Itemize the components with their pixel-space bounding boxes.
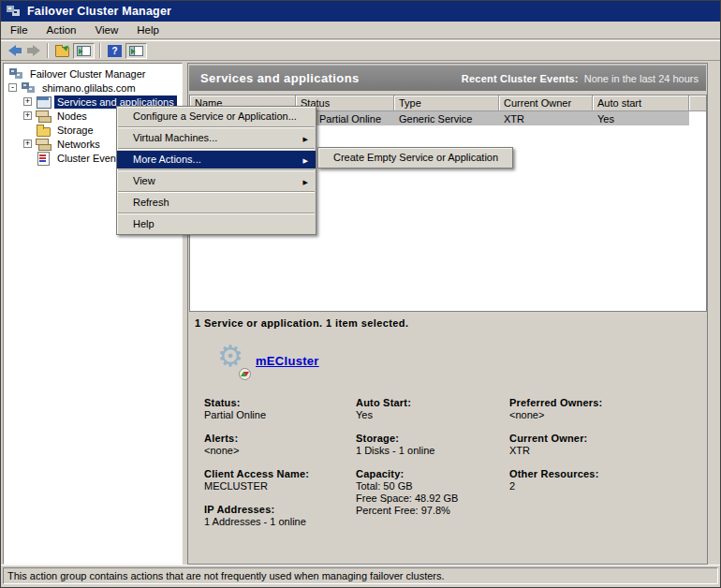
detail-value: 1 Disks - 1 online	[356, 445, 506, 457]
context-menu: Configure a Service or Application... Vi…	[116, 106, 316, 235]
window-title: Failover Cluster Manager	[27, 5, 171, 18]
detail-label: Other Resources:	[509, 468, 669, 480]
expand-box[interactable]: +	[23, 111, 32, 120]
submenu-arrow-icon	[303, 151, 308, 169]
details-column-2: Auto Start:Yes Storage:1 Disks - 1 onlin…	[356, 397, 506, 528]
menu-item-label: Help	[133, 218, 154, 229]
back-icon	[8, 45, 22, 56]
expand-box[interactable]: +	[23, 140, 32, 148]
tree-item-label: Networks	[54, 138, 103, 151]
service-name-link[interactable]: mECluster	[256, 354, 319, 368]
status-text: This action group contains actions that …	[3, 567, 718, 584]
submenu-arrow-icon	[303, 129, 308, 148]
detail-value: Partial Online	[204, 409, 349, 421]
column-header-type[interactable]: Type	[394, 96, 499, 111]
forward-icon	[27, 45, 40, 56]
status-badge-icon	[239, 368, 251, 380]
action-pane-toggle-icon	[129, 46, 143, 56]
menu-view[interactable]: View	[86, 22, 128, 38]
menu-help[interactable]: Help	[127, 22, 169, 38]
details-column-1: Status:Partial Online Alerts:<none> Clie…	[204, 397, 349, 539]
menu-separator	[118, 213, 315, 214]
menu-item-more-actions[interactable]: More Actions...	[117, 151, 316, 169]
menu-item-label: View	[133, 175, 155, 186]
tree-item-root[interactable]: Failover Cluster Manager	[4, 66, 182, 81]
cluster-manager-icon	[8, 67, 24, 80]
details-column-3: Preferred Owners:<none> Current Owner:XT…	[509, 397, 669, 504]
tree-item-label: Failover Cluster Manager	[27, 67, 149, 81]
detail-label: Preferred Owners:	[509, 397, 669, 409]
menu-file[interactable]: File	[1, 22, 37, 38]
menu-item-configure-service[interactable]: Configure a Service or Application...	[117, 108, 316, 125]
menu-item-label: Virtual Machines...	[133, 132, 217, 143]
app-icon	[6, 5, 22, 18]
cell-type: Generic Service	[394, 113, 499, 125]
forward-button[interactable]	[24, 43, 43, 58]
toolbar-separator	[99, 43, 101, 58]
toolbar-separator	[47, 43, 49, 58]
help-icon	[108, 45, 122, 57]
detail-value: XTR	[509, 445, 669, 457]
menu-action[interactable]: Action	[37, 22, 86, 38]
menu-separator	[118, 126, 315, 128]
action-pane-toggle-button[interactable]	[125, 43, 147, 59]
detail-label: Status:	[204, 397, 349, 409]
tree-item-label: Storage	[54, 124, 96, 137]
menu-separator	[118, 191, 315, 193]
detail-label: Current Owner:	[509, 433, 669, 445]
back-button[interactable]	[6, 43, 24, 58]
cell-auto-start: Yes	[593, 113, 689, 125]
tree-item-label: Nodes	[54, 110, 90, 123]
detail-label: Client Access Name:	[204, 468, 349, 480]
submenu-create-empty-service[interactable]: Create Empty Service or Application	[317, 147, 513, 169]
detail-label: Auto Start:	[356, 397, 506, 409]
menu-item-label: More Actions...	[133, 154, 201, 165]
services-icon	[36, 96, 52, 108]
column-header-auto-start[interactable]: Auto start	[593, 96, 689, 111]
detail-value: Total: 50 GB Free Space: 48.92 GB Percen…	[356, 480, 506, 517]
detail-label: Alerts:	[204, 433, 349, 445]
detail-value: Yes	[356, 409, 506, 421]
pane-header: Services and applications Recent Cluster…	[189, 65, 706, 91]
selection-summary: 1 Service or application. 1 item selecte…	[195, 317, 408, 329]
tree-item-cluster[interactable]: - shimano.glilabs.com	[4, 81, 182, 95]
menu-item-label: Configure a Service or Application...	[133, 110, 297, 122]
collapse-box[interactable]: -	[8, 83, 17, 92]
recent-events-label: Recent Cluster Events:	[462, 73, 579, 84]
detail-label: Storage:	[356, 433, 506, 445]
title-bar: Failover Cluster Manager	[1, 1, 720, 22]
detail-label: IP Addresses:	[204, 504, 349, 516]
storage-icon	[36, 124, 52, 136]
menu-item-virtual-machines[interactable]: Virtual Machines...	[117, 129, 316, 147]
nodes-icon	[36, 110, 52, 122]
detail-value: MECLUSTER	[204, 480, 349, 492]
expand-box[interactable]: +	[23, 97, 32, 106]
tree-item-label: shimano.glilabs.com	[39, 81, 139, 95]
cluster-icon	[21, 81, 37, 94]
menu-separator	[118, 169, 315, 171]
menu-bar: File Action View Help	[1, 22, 720, 39]
console-tree-toggle-button[interactable]	[73, 43, 95, 59]
menu-item-label: Refresh	[133, 197, 169, 208]
up-level-button[interactable]	[52, 42, 72, 59]
detail-value: <none>	[204, 445, 349, 457]
help-button[interactable]	[105, 43, 125, 59]
submenu-arrow-icon	[303, 172, 308, 191]
recent-cluster-events: Recent Cluster Events: None in the last …	[462, 73, 699, 84]
service-gear-icon	[219, 346, 253, 380]
column-header-current-owner[interactable]: Current Owner	[499, 96, 593, 111]
toolbar	[1, 40, 720, 61]
menu-separator	[118, 148, 315, 150]
menu-item-help[interactable]: Help	[117, 215, 316, 233]
cluster-events-icon	[36, 152, 52, 164]
recent-events-value: None in the last 24 hours	[584, 73, 699, 84]
console-tree-toggle-icon	[77, 46, 91, 56]
cell-current-owner: XTR	[499, 113, 593, 125]
networks-icon	[36, 138, 52, 150]
menu-item-refresh[interactable]: Refresh	[117, 194, 316, 212]
pane-title: Services and applications	[200, 71, 360, 85]
detail-value: 2	[509, 480, 669, 492]
menu-item-view[interactable]: View	[117, 172, 316, 190]
detail-label: Capacity:	[356, 468, 506, 480]
failover-cluster-manager-window: { "window": { "title": "Failover Cluster…	[0, 0, 721, 588]
